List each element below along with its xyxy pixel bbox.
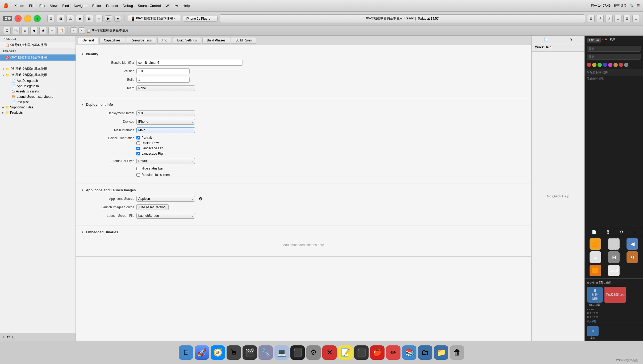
warning-toolbar-btn[interactable]: ⚠ bbox=[21, 27, 29, 34]
fr-add-tag-link[interactable]: 添加标记… bbox=[585, 319, 643, 324]
landscape-right-checkbox[interactable] bbox=[136, 152, 140, 155]
search-toolbar-btn[interactable]: 🔍 bbox=[12, 27, 20, 34]
diamond-toolbar-btn[interactable]: ◆ bbox=[30, 27, 38, 34]
team-select[interactable]: None bbox=[136, 85, 195, 91]
supporting-files-row[interactable]: ▶ 📁 Supporting Files bbox=[0, 105, 76, 110]
obj-item-1[interactable]: 🟧 bbox=[587, 238, 604, 250]
close-window-button[interactable]: × bbox=[14, 15, 22, 22]
dock-trash[interactable]: 🗑 bbox=[450, 345, 464, 360]
main-interface-select[interactable]: Main bbox=[136, 127, 195, 133]
menu-navigate[interactable]: Navigate bbox=[74, 4, 87, 8]
filter-icon[interactable]: ⊡ bbox=[86, 15, 93, 22]
dock-terminal2[interactable]: ⬛ bbox=[354, 345, 369, 360]
tab-build-rules[interactable]: Build Rules bbox=[231, 37, 256, 44]
menu-product[interactable]: Product bbox=[106, 4, 118, 8]
target-item[interactable]: 🎯 06-导航控制器的基本使用 bbox=[0, 54, 76, 61]
menubar-search-icon[interactable]: 🔍 bbox=[630, 4, 634, 8]
menu-window[interactable]: Window bbox=[166, 4, 178, 8]
tab-build-settings[interactable]: Build Settings bbox=[173, 37, 201, 44]
obj-item-8[interactable]: Label bbox=[606, 265, 623, 276]
fr-desktop-folder[interactable]: 🗂 桌面 bbox=[587, 326, 599, 340]
tab-resource-tags[interactable]: Resource Tags bbox=[126, 37, 156, 44]
subfolder-row[interactable]: ▼ 📁 06-导航控制器的基本使用 bbox=[0, 72, 76, 78]
tab-general[interactable]: General bbox=[78, 37, 98, 44]
tab-info[interactable]: Info bbox=[157, 37, 172, 44]
portrait-checkbox[interactable] bbox=[136, 136, 140, 139]
obj-item-6[interactable]: ⏯ bbox=[624, 251, 641, 263]
products-row[interactable]: ▶ 📁 Products bbox=[0, 110, 76, 115]
quick-help-tab[interactable]: ? bbox=[569, 37, 574, 42]
project-item[interactable]: 📋 06-导航控制器的基本使用 bbox=[0, 42, 76, 48]
embedded-binaries-collapse-btn[interactable]: ▼ bbox=[81, 231, 84, 234]
tab-capabilities[interactable]: Capabilities bbox=[99, 37, 125, 44]
tab-build-phases[interactable]: Build Phases bbox=[202, 37, 230, 44]
warning-icon[interactable]: ⚠ bbox=[66, 15, 74, 22]
dock-red[interactable]: 🍎 bbox=[370, 345, 385, 360]
dock-launchpad[interactable]: 🚀 bbox=[195, 345, 209, 360]
view-options-button[interactable]: ⊡ bbox=[12, 335, 15, 339]
dock-pencil[interactable]: ✏ bbox=[386, 345, 400, 360]
fr-bottom-icon-1[interactable]: 📄 bbox=[592, 230, 596, 234]
fr-bottom-icon-3[interactable]: ⚙ bbox=[620, 230, 623, 234]
maximize-window-button[interactable]: + bbox=[34, 15, 41, 22]
panel-layout-icon-6[interactable]: □ bbox=[632, 15, 640, 22]
obj-item-4[interactable]: ☰ bbox=[587, 251, 604, 263]
dock-settings[interactable]: ⚙ bbox=[306, 345, 321, 360]
fr-file-item-pptx[interactable]: 导航控制器.pptx bbox=[604, 287, 626, 307]
breakpoint-icon[interactable]: ◆ bbox=[76, 15, 83, 22]
obj-item-2[interactable] bbox=[606, 238, 623, 250]
panel-layout-icon-4[interactable]: □ bbox=[614, 15, 622, 22]
scheme-selector[interactable]: 📱 06-导航控制器的基本使用 › bbox=[128, 15, 181, 22]
menu-help[interactable]: Help bbox=[183, 4, 190, 8]
run-button[interactable]: ▶ bbox=[105, 15, 112, 22]
panel-layout-icon-5[interactable]: ⊟ bbox=[623, 15, 631, 22]
dock-terminal[interactable]: ⬛ bbox=[290, 345, 305, 360]
menu-source-control[interactable]: Source Control bbox=[138, 4, 161, 8]
dock-finder[interactable]: 🖥 bbox=[179, 345, 193, 360]
menu-editor[interactable]: Editor bbox=[92, 4, 101, 8]
menu-find[interactable]: Find bbox=[62, 4, 69, 8]
landscape-left-checkbox[interactable] bbox=[136, 147, 140, 150]
fr-bottom-icon-2[interactable]: {} bbox=[607, 230, 609, 234]
hide-status-bar-checkbox[interactable] bbox=[136, 167, 140, 170]
panel-layout-icon-2[interactable]: ↺ bbox=[596, 15, 604, 22]
forward-button[interactable]: › bbox=[78, 27, 85, 34]
obj-item-3[interactable]: ◀ bbox=[624, 238, 641, 250]
dock-video[interactable]: 🎬 bbox=[243, 345, 257, 360]
status-bar-style-select[interactable]: Default bbox=[136, 158, 195, 164]
version-input[interactable] bbox=[136, 68, 190, 74]
outline-icon[interactable]: ≡ bbox=[95, 15, 103, 22]
minimize-window-button[interactable]: – bbox=[24, 15, 31, 22]
navigator-list-btn[interactable]: ⊡ bbox=[3, 27, 11, 34]
menu-view[interactable]: View bbox=[50, 4, 57, 8]
add-file-button[interactable]: + bbox=[3, 335, 5, 339]
apple-menu[interactable]: 🍎 bbox=[3, 3, 9, 8]
obj-item-5[interactable]: ⊞ bbox=[606, 251, 623, 263]
device-selector[interactable]: iPhone 6s Plus ⌄ bbox=[183, 16, 218, 22]
dock-safari[interactable]: 🧭 bbox=[211, 345, 225, 360]
fr-bottom-icon-4[interactable]: □ bbox=[634, 230, 636, 234]
dock-folder2[interactable]: 📁 bbox=[434, 345, 448, 360]
file-appdelegate-h[interactable]: 📄 AppDelegate.h bbox=[0, 78, 76, 83]
bundle-identifier-input[interactable] bbox=[136, 60, 243, 66]
launch-screen-file-select[interactable]: LaunchScreen bbox=[136, 213, 195, 219]
fr-tab-1[interactable]: 开发工具 bbox=[587, 38, 601, 43]
dock-book[interactable]: 📚 bbox=[402, 345, 416, 360]
panel-layout-icon-3[interactable]: ⇄ bbox=[605, 15, 613, 22]
requires-full-screen-checkbox[interactable] bbox=[136, 173, 140, 177]
dock-xmind[interactable]: ✕ bbox=[322, 345, 337, 360]
back-button[interactable]: ‹ bbox=[70, 27, 77, 34]
obj-item-7[interactable]: 🟧 bbox=[587, 265, 604, 276]
sidebar-toggle-button[interactable]: ⊞ bbox=[47, 15, 55, 22]
navigator-icon[interactable]: ⊡ bbox=[57, 15, 64, 22]
dock-tools[interactable]: 🔧 bbox=[258, 345, 273, 360]
dock-xcode[interactable]: 💻 bbox=[274, 345, 289, 360]
file-assets[interactable]: 🗂 Assets.xcassets bbox=[0, 89, 76, 94]
menu-xcode[interactable]: Xcode bbox=[14, 4, 24, 8]
dock-folder1[interactable]: 🗂 bbox=[418, 345, 432, 360]
identity-collapse-btn[interactable]: ▼ bbox=[81, 53, 84, 56]
dock-mouse[interactable]: 🖱 bbox=[227, 345, 241, 360]
deployment-target-select[interactable]: 9.0 bbox=[136, 110, 195, 116]
menubar-input-method[interactable]: 搜狗拼音 bbox=[614, 3, 627, 8]
build-input[interactable] bbox=[136, 77, 190, 83]
